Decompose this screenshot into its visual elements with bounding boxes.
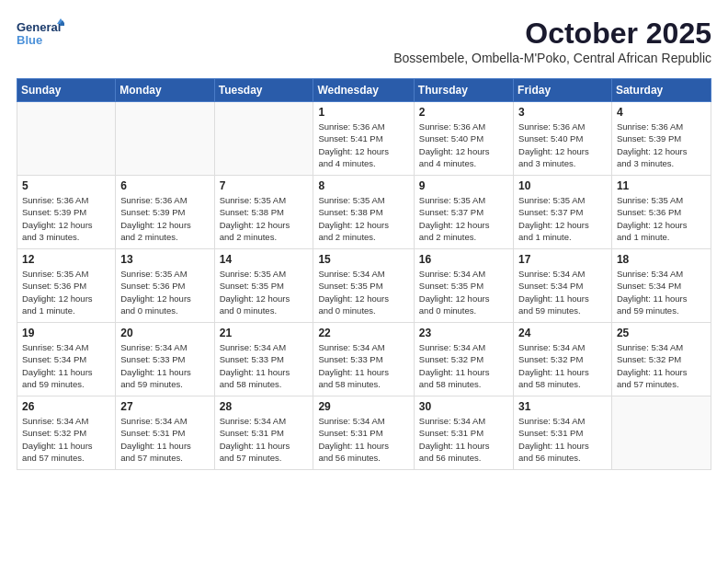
day-number: 27 xyxy=(120,400,209,413)
day-cell-6: 6Sunrise: 5:36 AM Sunset: 5:39 PM Daylig… xyxy=(116,176,214,249)
day-info: Sunrise: 5:34 AM Sunset: 5:32 PM Dayligh… xyxy=(22,415,110,464)
week-row-4: 19Sunrise: 5:34 AM Sunset: 5:34 PM Dayli… xyxy=(17,323,711,396)
logo-icon: General Blue xyxy=(17,17,64,53)
day-number: 4 xyxy=(617,106,706,119)
day-info: Sunrise: 5:35 AM Sunset: 5:38 PM Dayligh… xyxy=(220,194,309,243)
page: General Blue October 2025 Bossembele, Om… xyxy=(0,0,728,479)
weekday-header-friday: Friday xyxy=(514,79,612,102)
week-row-3: 12Sunrise: 5:35 AM Sunset: 5:36 PM Dayli… xyxy=(17,249,711,323)
day-info: Sunrise: 5:34 AM Sunset: 5:34 PM Dayligh… xyxy=(617,268,706,316)
day-info: Sunrise: 5:36 AM Sunset: 5:40 PM Dayligh… xyxy=(518,121,607,169)
week-row-1: 1Sunrise: 5:36 AM Sunset: 5:41 PM Daylig… xyxy=(17,102,711,176)
day-number: 31 xyxy=(518,400,607,413)
day-cell-31: 31Sunrise: 5:34 AM Sunset: 5:31 PM Dayli… xyxy=(514,396,612,470)
weekday-header-wednesday: Wednesday xyxy=(313,79,414,102)
day-number: 5 xyxy=(22,179,110,192)
day-cell-28: 28Sunrise: 5:34 AM Sunset: 5:31 PM Dayli… xyxy=(214,396,313,470)
day-number: 10 xyxy=(518,179,607,192)
day-cell-24: 24Sunrise: 5:34 AM Sunset: 5:32 PM Dayli… xyxy=(514,323,612,396)
day-number: 11 xyxy=(617,179,706,192)
day-number: 9 xyxy=(419,179,508,192)
day-cell-1: 1Sunrise: 5:36 AM Sunset: 5:41 PM Daylig… xyxy=(313,102,414,176)
empty-cell xyxy=(611,396,711,470)
day-number: 14 xyxy=(220,253,309,266)
svg-text:General: General xyxy=(17,20,61,34)
month-title: October 2025 xyxy=(393,17,711,51)
day-info: Sunrise: 5:35 AM Sunset: 5:37 PM Dayligh… xyxy=(419,194,508,243)
empty-cell xyxy=(214,102,313,176)
day-cell-2: 2Sunrise: 5:36 AM Sunset: 5:40 PM Daylig… xyxy=(414,102,513,176)
day-cell-11: 11Sunrise: 5:35 AM Sunset: 5:36 PM Dayli… xyxy=(611,176,711,249)
day-info: Sunrise: 5:34 AM Sunset: 5:35 PM Dayligh… xyxy=(318,268,408,316)
day-number: 6 xyxy=(120,179,209,192)
day-info: Sunrise: 5:34 AM Sunset: 5:32 PM Dayligh… xyxy=(617,341,706,390)
day-info: Sunrise: 5:35 AM Sunset: 5:35 PM Dayligh… xyxy=(220,268,309,316)
day-info: Sunrise: 5:36 AM Sunset: 5:41 PM Dayligh… xyxy=(318,121,408,169)
day-info: Sunrise: 5:35 AM Sunset: 5:36 PM Dayligh… xyxy=(120,268,209,316)
day-number: 17 xyxy=(518,253,607,266)
day-cell-13: 13Sunrise: 5:35 AM Sunset: 5:36 PM Dayli… xyxy=(116,249,214,323)
day-number: 29 xyxy=(318,400,408,413)
day-number: 18 xyxy=(617,253,706,266)
week-row-5: 26Sunrise: 5:34 AM Sunset: 5:32 PM Dayli… xyxy=(17,396,711,470)
day-number: 15 xyxy=(318,253,408,266)
day-info: Sunrise: 5:35 AM Sunset: 5:36 PM Dayligh… xyxy=(617,194,706,243)
day-number: 20 xyxy=(120,327,209,339)
day-info: Sunrise: 5:34 AM Sunset: 5:35 PM Dayligh… xyxy=(419,268,508,316)
day-cell-16: 16Sunrise: 5:34 AM Sunset: 5:35 PM Dayli… xyxy=(414,249,513,323)
day-cell-7: 7Sunrise: 5:35 AM Sunset: 5:38 PM Daylig… xyxy=(214,176,313,249)
day-cell-5: 5Sunrise: 5:36 AM Sunset: 5:39 PM Daylig… xyxy=(17,176,116,249)
day-number: 7 xyxy=(220,179,309,192)
day-cell-14: 14Sunrise: 5:35 AM Sunset: 5:35 PM Dayli… xyxy=(214,249,313,323)
subtitle: Bossembele, Ombella-M'Poko, Central Afri… xyxy=(393,51,711,65)
day-number: 28 xyxy=(220,400,309,413)
day-cell-22: 22Sunrise: 5:34 AM Sunset: 5:33 PM Dayli… xyxy=(313,323,414,396)
day-number: 12 xyxy=(22,253,110,266)
weekday-header-monday: Monday xyxy=(116,79,214,102)
day-number: 8 xyxy=(318,179,408,192)
day-info: Sunrise: 5:35 AM Sunset: 5:38 PM Dayligh… xyxy=(318,194,408,243)
day-number: 21 xyxy=(220,327,309,339)
day-cell-26: 26Sunrise: 5:34 AM Sunset: 5:32 PM Dayli… xyxy=(17,396,116,470)
empty-cell xyxy=(116,102,214,176)
day-info: Sunrise: 5:36 AM Sunset: 5:39 PM Dayligh… xyxy=(22,194,110,243)
day-cell-15: 15Sunrise: 5:34 AM Sunset: 5:35 PM Dayli… xyxy=(313,249,414,323)
calendar: SundayMondayTuesdayWednesdayThursdayFrid… xyxy=(17,78,711,470)
day-cell-20: 20Sunrise: 5:34 AM Sunset: 5:33 PM Dayli… xyxy=(116,323,214,396)
day-number: 16 xyxy=(419,253,508,266)
day-cell-12: 12Sunrise: 5:35 AM Sunset: 5:36 PM Dayli… xyxy=(17,249,116,323)
day-info: Sunrise: 5:34 AM Sunset: 5:33 PM Dayligh… xyxy=(318,341,408,390)
weekday-header-thursday: Thursday xyxy=(414,79,513,102)
day-cell-25: 25Sunrise: 5:34 AM Sunset: 5:32 PM Dayli… xyxy=(611,323,711,396)
day-info: Sunrise: 5:34 AM Sunset: 5:32 PM Dayligh… xyxy=(518,341,607,390)
day-number: 13 xyxy=(120,253,209,266)
day-cell-17: 17Sunrise: 5:34 AM Sunset: 5:34 PM Dayli… xyxy=(514,249,612,323)
day-info: Sunrise: 5:35 AM Sunset: 5:36 PM Dayligh… xyxy=(22,268,110,316)
day-cell-18: 18Sunrise: 5:34 AM Sunset: 5:34 PM Dayli… xyxy=(611,249,711,323)
weekday-header-saturday: Saturday xyxy=(611,79,711,102)
day-info: Sunrise: 5:36 AM Sunset: 5:39 PM Dayligh… xyxy=(120,194,209,243)
day-info: Sunrise: 5:34 AM Sunset: 5:31 PM Dayligh… xyxy=(318,415,408,464)
day-cell-23: 23Sunrise: 5:34 AM Sunset: 5:32 PM Dayli… xyxy=(414,323,513,396)
day-info: Sunrise: 5:34 AM Sunset: 5:31 PM Dayligh… xyxy=(518,415,607,464)
day-info: Sunrise: 5:34 AM Sunset: 5:34 PM Dayligh… xyxy=(518,268,607,316)
day-info: Sunrise: 5:34 AM Sunset: 5:33 PM Dayligh… xyxy=(220,341,309,390)
day-number: 2 xyxy=(419,106,508,119)
empty-cell xyxy=(17,102,116,176)
day-info: Sunrise: 5:34 AM Sunset: 5:33 PM Dayligh… xyxy=(120,341,209,390)
day-number: 25 xyxy=(617,327,706,339)
day-cell-29: 29Sunrise: 5:34 AM Sunset: 5:31 PM Dayli… xyxy=(313,396,414,470)
day-info: Sunrise: 5:35 AM Sunset: 5:37 PM Dayligh… xyxy=(518,194,607,243)
day-cell-4: 4Sunrise: 5:36 AM Sunset: 5:39 PM Daylig… xyxy=(611,102,711,176)
day-info: Sunrise: 5:34 AM Sunset: 5:31 PM Dayligh… xyxy=(120,415,209,464)
day-cell-30: 30Sunrise: 5:34 AM Sunset: 5:31 PM Dayli… xyxy=(414,396,513,470)
day-number: 30 xyxy=(419,400,508,413)
day-cell-10: 10Sunrise: 5:35 AM Sunset: 5:37 PM Dayli… xyxy=(514,176,612,249)
day-number: 26 xyxy=(22,400,110,413)
day-info: Sunrise: 5:34 AM Sunset: 5:32 PM Dayligh… xyxy=(419,341,508,390)
day-cell-9: 9Sunrise: 5:35 AM Sunset: 5:37 PM Daylig… xyxy=(414,176,513,249)
day-info: Sunrise: 5:34 AM Sunset: 5:31 PM Dayligh… xyxy=(419,415,508,464)
day-number: 1 xyxy=(318,106,408,119)
day-cell-19: 19Sunrise: 5:34 AM Sunset: 5:34 PM Dayli… xyxy=(17,323,116,396)
day-info: Sunrise: 5:36 AM Sunset: 5:40 PM Dayligh… xyxy=(419,121,508,169)
